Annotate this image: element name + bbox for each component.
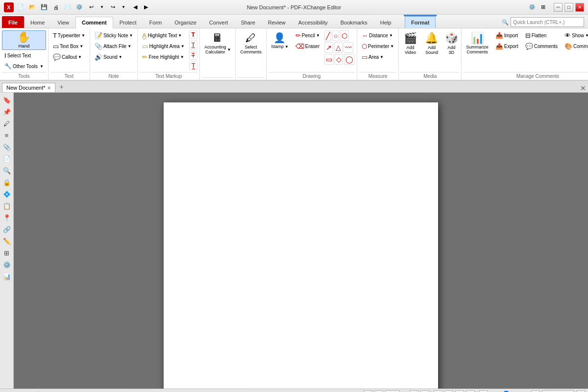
rect-tool-btn[interactable]: ▭ — [324, 54, 334, 65]
highlight-area-btn[interactable]: ▭ Highlight Area ▼ — [140, 41, 187, 51]
select-comments-btn[interactable]: 🖊 Select Comments — [238, 30, 264, 56]
redo-dropdown[interactable]: ▼ — [119, 2, 128, 12]
comment-styles-btn[interactable]: 🎨 Comment Styles — [562, 41, 588, 51]
pdf-canvas-area[interactable] — [14, 93, 588, 389]
tab-convert[interactable]: Convert — [203, 16, 235, 28]
tab-share[interactable]: Share — [234, 16, 261, 28]
sidebar-icon-lock[interactable]: 🔒 — [1, 177, 12, 188]
export-btn[interactable]: 📤 Export — [493, 41, 521, 51]
sidebar-icon-gear[interactable]: ⚙️ — [1, 259, 12, 270]
perimeter-btn[interactable]: ⬡ Perimeter ▼ — [359, 41, 396, 51]
tab-accessibility[interactable]: Accessibility — [292, 16, 334, 28]
tab-form[interactable]: Form — [143, 16, 169, 28]
text-box-btn[interactable]: ▭ Text Box ▼ — [50, 41, 88, 51]
free-highlight-dropdown[interactable]: ▼ — [180, 55, 184, 59]
other-tools-dropdown[interactable]: ▼ — [40, 64, 44, 69]
attach-dropdown[interactable]: ▼ — [127, 44, 131, 49]
add-3d-btn[interactable]: 🎲 Add 3D — [443, 30, 459, 56]
text-box-dropdown[interactable]: ▼ — [79, 44, 83, 49]
tab-protect[interactable]: Protect — [113, 16, 143, 28]
context-settings[interactable]: ⚙️ — [527, 2, 537, 12]
tab-home[interactable]: Home — [24, 16, 51, 28]
save-btn[interactable]: 💾 — [39, 2, 49, 12]
attach-file-btn[interactable]: 📎 Attach File ▼ — [92, 41, 136, 51]
accounting-calculator-btn[interactable]: 🖩 Accounting Calculator ▼ — [202, 30, 233, 56]
options-btn[interactable]: Options... ▼ — [3, 390, 34, 392]
text-markup-t3-btn[interactable]: T — [189, 51, 197, 60]
sidebar-icon-search[interactable]: 🔍 — [1, 165, 12, 176]
tab-file[interactable]: File — [2, 16, 24, 28]
area-btn[interactable]: ▭ Area ▼ — [359, 52, 396, 62]
accounting-dropdown[interactable]: ▼ — [227, 48, 231, 52]
sidebar-icon-location[interactable]: 📍 — [1, 212, 12, 223]
tab-format[interactable]: Format — [405, 16, 436, 28]
new-btn[interactable]: 📄 — [16, 2, 25, 12]
tab-view[interactable]: View — [51, 16, 75, 28]
highlight-area-dropdown[interactable]: ▼ — [181, 44, 185, 49]
add-sound-btn[interactable]: 🔔 Add Sound — [422, 30, 442, 56]
doc-tab-new[interactable]: New Document* ✕ — [2, 83, 55, 92]
sound-dropdown[interactable]: ▼ — [119, 55, 122, 59]
flatten-btn[interactable]: ⊟ Flatten — [523, 30, 560, 41]
sidebar-icon-layers[interactable]: ≡ — [1, 130, 12, 141]
doc-tab-close-btn[interactable]: ✕ — [47, 85, 51, 91]
redo-btn[interactable]: ↪ — [108, 2, 118, 12]
tab-help[interactable]: Help — [374, 16, 398, 28]
circle2-tool-btn[interactable]: ◯ — [344, 54, 355, 65]
pencil-dropdown[interactable]: ▼ — [316, 33, 320, 38]
zoom-select[interactable]: 163.73% 50% 75% 100% 125% 150% 200% — [542, 390, 574, 392]
arrow-tool-btn[interactable]: ↗ — [324, 42, 333, 53]
sidebar-icon-diamond[interactable]: 💠 — [1, 189, 12, 199]
distance-btn[interactable]: ↔ Distance ▼ — [359, 30, 396, 41]
tab-review[interactable]: Review — [262, 16, 292, 28]
show-btn[interactable]: 👁 Show ▼ — [562, 30, 588, 41]
sidebar-icon-pencil[interactable]: ✏️ — [1, 236, 12, 246]
forward-btn[interactable]: ▶ — [141, 2, 151, 12]
tab-comment[interactable]: Comment — [75, 17, 113, 28]
quick-launch-input[interactable] — [511, 17, 584, 27]
line-tool-btn[interactable]: ╱ — [324, 30, 331, 41]
sticky-dropdown[interactable]: ▼ — [129, 33, 133, 38]
sidebar-icon-edit[interactable]: 🖊 — [1, 118, 12, 129]
sidebar-icon-grid[interactable]: ⊞ — [1, 247, 12, 258]
sidebar-icon-pin[interactable]: 📌 — [1, 106, 12, 117]
print-btn[interactable]: 🖨 — [51, 2, 61, 12]
text-markup-t2-btn[interactable]: T — [189, 41, 197, 49]
area-dropdown[interactable]: ▼ — [380, 55, 384, 59]
hex-tool-btn[interactable]: ⬡ — [340, 30, 349, 41]
maximize-btn[interactable]: □ — [564, 3, 573, 12]
perimeter-dropdown[interactable]: ▼ — [390, 44, 394, 49]
open-btn[interactable]: 📂 — [27, 2, 37, 12]
layout-btn[interactable]: ⊞ — [538, 2, 548, 12]
text-markup-t1-btn[interactable]: T — [189, 30, 197, 39]
diamond-tool-btn[interactable]: ◇ — [335, 54, 343, 65]
comments-btn[interactable]: 💬 Comments — [523, 41, 560, 51]
back-btn[interactable]: ◀ — [130, 2, 140, 12]
close-btn[interactable]: ✕ — [575, 3, 584, 12]
highlight-text-dropdown[interactable]: ▼ — [178, 33, 182, 38]
free-highlight-btn[interactable]: ✏ Free Highlight ▼ — [140, 52, 187, 62]
undo-dropdown[interactable]: ▼ — [97, 2, 107, 12]
callout-btn[interactable]: 💬 Callout ▼ — [50, 52, 88, 62]
hand-tool-btn[interactable]: ✋ Hand — [2, 30, 46, 50]
settings-btn[interactable]: ⚙️ — [74, 2, 84, 12]
sidebar-icon-document[interactable]: 📄 — [1, 153, 12, 164]
highlight-text-btn[interactable]: A̲ Highlight Text ▼ — [140, 30, 187, 41]
doc-area-close-btn[interactable]: ✕ — [576, 84, 588, 92]
minimize-btn[interactable]: ─ — [554, 3, 563, 12]
stamp-dropdown[interactable]: ▼ — [285, 45, 289, 49]
sidebar-icon-chart[interactable]: 📊 — [1, 271, 12, 282]
sidebar-icon-attach[interactable]: 📎 — [1, 142, 12, 152]
typewriter-btn[interactable]: T Typewriter ▼ — [50, 30, 88, 41]
select-text-btn[interactable]: I Select Text — [2, 50, 46, 61]
import-btn[interactable]: 📥 Import — [493, 30, 521, 41]
text-markup-t4-btn[interactable]: T̲ — [189, 61, 197, 70]
sidebar-icon-clipboard[interactable]: 📋 — [1, 200, 12, 211]
sidebar-icon-bookmark[interactable]: 🔖 — [1, 95, 12, 105]
tab-organize[interactable]: Organize — [168, 16, 203, 28]
show-dropdown[interactable]: ▼ — [585, 33, 588, 38]
email-btn[interactable]: ✉️ — [63, 2, 73, 12]
summarize-btn[interactable]: 📊 Summarize Comments — [464, 30, 491, 56]
pencil-btn[interactable]: ✏ Pencil ▼ — [293, 30, 322, 41]
circle-tool-btn[interactable]: ○ — [332, 30, 339, 41]
